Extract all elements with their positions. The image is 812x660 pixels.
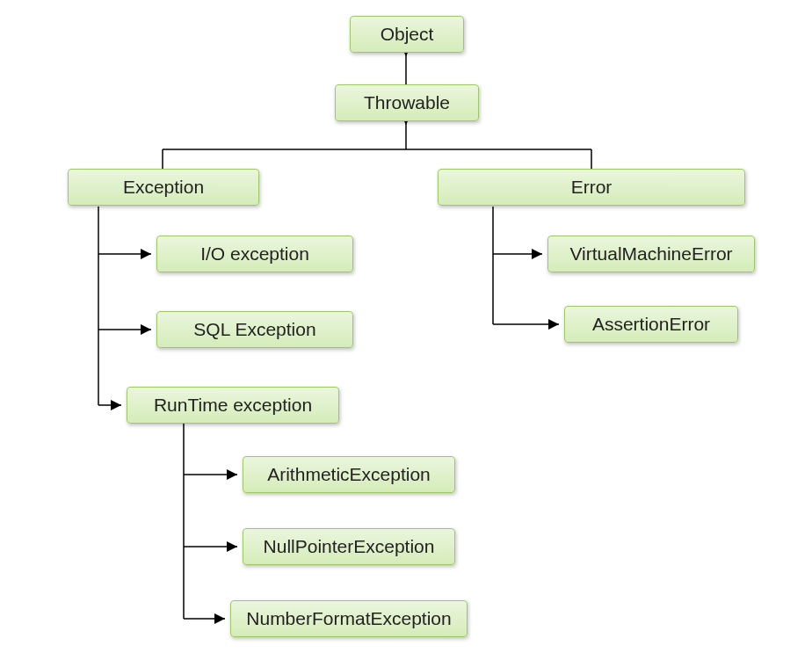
node-sqlexception: SQL Exception [156,311,353,348]
node-object: Object [350,16,464,53]
node-assertion: AssertionError [564,306,738,343]
node-label: NumberFormatException [246,608,451,629]
node-exception: Exception [68,169,259,206]
node-label: Exception [123,177,204,198]
node-label: NullPointerException [264,536,435,557]
node-vmerror: VirtualMachineError [547,236,755,272]
node-label: Error [571,177,613,198]
node-label: RunTime exception [154,395,312,416]
node-nullpointer: NullPointerException [243,528,455,565]
node-runtime: RunTime exception [127,387,339,424]
node-error: Error [438,169,745,206]
node-label: I/O exception [200,243,309,265]
node-numberformat: NumberFormatException [230,600,468,637]
node-label: Object [381,24,434,45]
node-ioexception: I/O exception [156,236,353,272]
node-label: Throwable [364,92,450,113]
node-label: ArithmeticException [267,464,431,485]
node-arithmetic: ArithmeticException [243,456,455,493]
node-label: VirtualMachineError [569,243,732,265]
node-label: SQL Exception [193,319,315,340]
node-label: AssertionError [592,314,710,335]
node-throwable: Throwable [335,84,479,121]
